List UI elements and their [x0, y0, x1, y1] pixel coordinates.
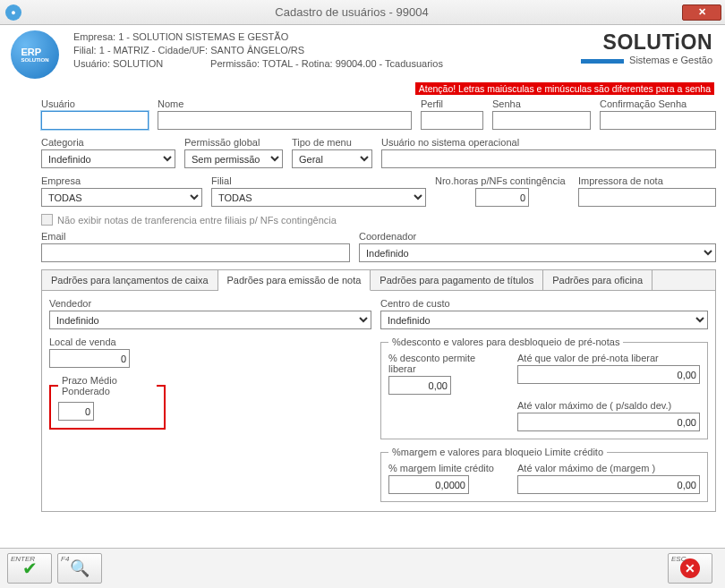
- margem-fieldset: %margem e valores para bloqueio Limite c…: [380, 447, 708, 502]
- header: ERPSOLUTION Empresa: 1 - SOLUTION SISTEM…: [0, 25, 725, 81]
- filial-select[interactable]: TODAS: [211, 188, 426, 207]
- usuario-input[interactable]: [41, 111, 149, 130]
- empresa-select[interactable]: TODAS: [41, 188, 202, 207]
- impressora-input[interactable]: [578, 188, 716, 207]
- nome-input[interactable]: [158, 111, 412, 130]
- desc-perc-label: % desconto permite liberar: [388, 353, 505, 374]
- nao-exibir-checkbox[interactable]: Não exibir notas de tranferencia entre f…: [41, 214, 716, 226]
- tab-pagamento-titulos[interactable]: Padrões para pagamento de títulos: [371, 270, 543, 290]
- nome-label: Nome: [158, 98, 412, 109]
- centro-custo-label: Centro de custo: [380, 298, 708, 309]
- local-venda-input[interactable]: [49, 349, 130, 368]
- usuario-so-label: Usuário no sistema operacional: [381, 137, 716, 148]
- horas-nfs-input[interactable]: [475, 188, 529, 207]
- horas-nfs-label: Nro.horas p/NFs contingência: [435, 175, 569, 186]
- margem-perc-input[interactable]: [388, 475, 469, 494]
- perm-global-select[interactable]: Sem permissão: [184, 149, 283, 168]
- brand-logo: SOLUTiON: [581, 30, 712, 55]
- vendedor-select[interactable]: Indefinido: [49, 311, 371, 329]
- email-input[interactable]: [41, 243, 350, 262]
- email-label: Email: [41, 231, 350, 242]
- erp-logo: ERPSOLUTION: [11, 30, 59, 79]
- search-button[interactable]: F4 🔍: [57, 553, 102, 584]
- vendedor-label: Vendedor: [49, 298, 371, 309]
- senha-label: Senha: [492, 98, 591, 109]
- perfil-input[interactable]: [421, 111, 483, 130]
- margem-ate-input[interactable]: [517, 475, 700, 494]
- tab-container: Padrões para lançamentos de caixa Padrõe…: [41, 269, 716, 512]
- prazo-input[interactable]: [58, 402, 94, 421]
- header-permissao: Permissão: TOTAL - Rotina: 99004.00 - Tc…: [210, 58, 443, 69]
- senha-input[interactable]: [492, 111, 591, 130]
- enter-button[interactable]: ENTER ✔: [7, 553, 52, 584]
- desc-perc-input[interactable]: [388, 376, 451, 395]
- window-titlebar: ● Cadastro de usuários - 99004 ✕: [0, 0, 725, 25]
- margem-legend: %margem e valores para bloqueio Limite c…: [388, 447, 607, 457]
- window-title: Cadastro de usuários - 99004: [21, 5, 682, 19]
- margem-perc-label: % margem limite crédito: [388, 463, 505, 473]
- coordenador-label: Coordenador: [359, 231, 716, 242]
- margem-ate-label: Até valor máximo de (margem ): [517, 463, 700, 473]
- ate-max-input[interactable]: [517, 413, 700, 431]
- password-case-warning: Atenção! Letras maiúsculas e minúsculas …: [415, 82, 714, 95]
- checkbox-icon: [41, 214, 53, 226]
- close-button[interactable]: ✕: [682, 4, 721, 21]
- app-icon: ●: [5, 4, 21, 21]
- cancel-button[interactable]: ESC ✕: [668, 553, 712, 584]
- ate-max-label: Até valor máximo de ( p/saldo dev.): [517, 400, 700, 411]
- desconto-fieldset: %desconto e valores para desbloqueio de …: [380, 337, 708, 439]
- usuario-label: Usuário: [41, 98, 149, 109]
- tab-oficina[interactable]: Padrões para oficina: [543, 270, 652, 290]
- search-icon: 🔍: [70, 558, 90, 578]
- nao-exibir-label: Não exibir notas de tranferencia entre f…: [57, 215, 337, 226]
- categoria-label: Categoria: [41, 137, 175, 148]
- impressora-label: Impressora de nota: [578, 175, 716, 186]
- header-filial: Filial: 1 - MATRIZ - Cidade/UF: SANTO ÂN…: [73, 44, 443, 57]
- prazo-legend: Prazo Médio Ponderado: [58, 375, 157, 396]
- footer-bar: ENTER ✔ F4 🔍 ESC ✕: [0, 548, 725, 588]
- tab-emissao-nota[interactable]: Padrões para emissão de nota: [218, 270, 371, 291]
- perm-global-label: Permissão global: [184, 137, 283, 148]
- header-empresa: Empresa: 1 - SOLUTION SISTEMAS E GESTÃO: [73, 30, 443, 44]
- conf-senha-input[interactable]: [600, 111, 716, 130]
- perfil-label: Perfil: [421, 98, 483, 109]
- tipo-menu-select[interactable]: Geral: [292, 149, 372, 168]
- desconto-legend: %desconto e valores para desbloqueio de …: [388, 337, 623, 347]
- filial-label: Filial: [211, 175, 426, 186]
- local-venda-label: Local de venda: [49, 337, 130, 347]
- coordenador-select[interactable]: Indefinido: [359, 243, 716, 262]
- prazo-medio-fieldset: Prazo Médio Ponderado: [49, 375, 166, 430]
- header-usuario: Usuário: SOLUTION: [73, 57, 208, 71]
- conf-senha-label: Confirmação Senha: [600, 98, 716, 109]
- brand-subtitle: Sistemas e Gestão: [629, 55, 712, 65]
- centro-custo-select[interactable]: Indefinido: [380, 311, 708, 329]
- usuario-so-input[interactable]: [381, 149, 716, 168]
- tab-lancamentos-caixa[interactable]: Padrões para lançamentos de caixa: [42, 270, 218, 290]
- ate-valor-input[interactable]: [517, 365, 700, 384]
- ate-valor-label: Até que valor de pré-nota liberar: [517, 353, 700, 363]
- empresa-label: Empresa: [41, 175, 202, 186]
- tipo-menu-label: Tipo de menu: [292, 137, 372, 148]
- categoria-select[interactable]: Indefinido: [41, 149, 175, 168]
